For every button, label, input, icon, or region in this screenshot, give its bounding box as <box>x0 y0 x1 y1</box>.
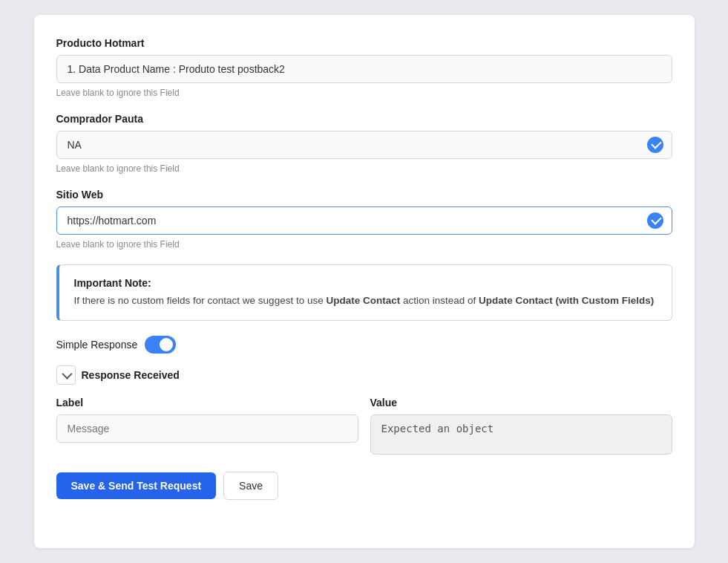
comprador-pauta-check-icon <box>647 137 663 153</box>
note-link2: Update Contact (with Custom Fields) <box>479 295 654 306</box>
comprador-pauta-input-wrapper <box>56 131 672 159</box>
comprador-pauta-label: Comprador Pauta <box>56 113 672 125</box>
label-header: Label <box>56 397 84 409</box>
value-textarea[interactable]: Expected an object <box>370 414 672 455</box>
simple-response-label: Simple Response <box>56 339 138 351</box>
label-value-row: Expected an object <box>56 414 672 457</box>
label-header-col: Label <box>56 397 358 409</box>
save-test-button[interactable]: Save & Send Test Request <box>56 472 217 499</box>
producto-hotmart-group: Producto Hotmart Leave blank to ignore t… <box>56 37 672 98</box>
comprador-pauta-hint: Leave blank to ignore this Field <box>56 163 672 174</box>
producto-hotmart-input[interactable] <box>56 55 672 83</box>
save-button[interactable]: Save <box>223 472 278 500</box>
response-received-toggle-btn[interactable] <box>56 365 76 385</box>
important-note-title: Important Note: <box>74 277 657 289</box>
sitio-web-input-wrapper <box>56 206 672 235</box>
value-col: Expected an object <box>370 414 672 457</box>
important-note-box: Important Note: If there is no custom fi… <box>56 264 672 321</box>
note-body-middle: action instead of <box>400 295 479 306</box>
button-row: Save & Send Test Request Save <box>56 472 672 500</box>
response-received-row: Response Received <box>56 365 672 385</box>
label-value-headers: Label Value <box>56 397 672 409</box>
note-link1: Update Contact <box>326 295 400 306</box>
producto-hotmart-label: Producto Hotmart <box>56 37 672 49</box>
sitio-web-input[interactable] <box>56 206 672 235</box>
sitio-web-label: Sitio Web <box>56 189 672 201</box>
note-body-prefix: If there is no custom fields for contact… <box>74 295 327 306</box>
sitio-web-hint: Leave blank to ignore this Field <box>56 239 672 250</box>
value-header-col: Value <box>370 397 672 409</box>
producto-hotmart-hint: Leave blank to ignore this Field <box>56 88 672 98</box>
value-header: Value <box>370 397 398 409</box>
sitio-web-check-icon <box>647 212 663 229</box>
important-note-body: If there is no custom fields for contact… <box>74 293 657 308</box>
simple-response-toggle[interactable] <box>145 336 176 354</box>
simple-response-row: Simple Response <box>56 336 672 354</box>
comprador-pauta-input[interactable] <box>56 131 672 159</box>
comprador-pauta-group: Comprador Pauta Leave blank to ignore th… <box>56 113 672 174</box>
response-received-label: Response Received <box>82 369 180 381</box>
message-col <box>56 414 358 457</box>
sitio-web-group: Sitio Web Leave blank to ignore this Fie… <box>56 189 672 250</box>
message-input[interactable] <box>56 414 358 443</box>
toggle-slider <box>145 336 176 354</box>
